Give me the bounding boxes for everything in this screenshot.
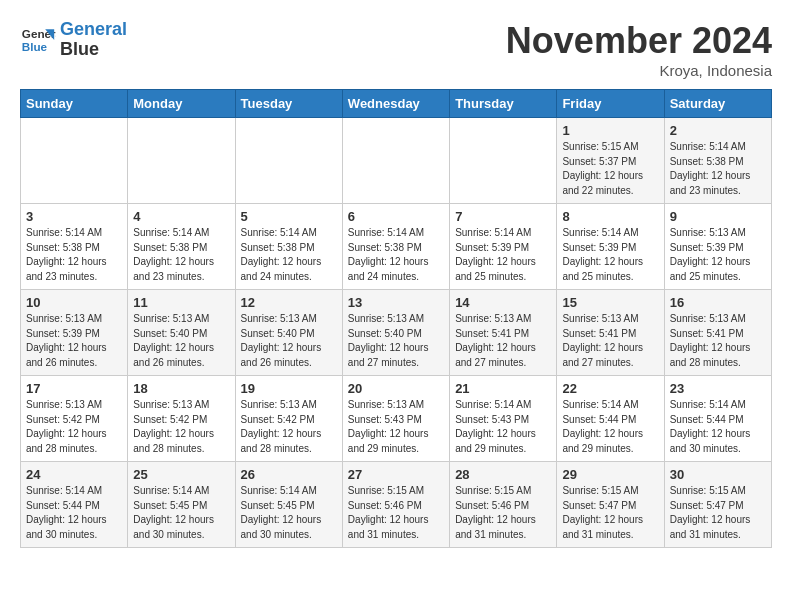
calendar-day-cell xyxy=(450,118,557,204)
day-info: Sunrise: 5:15 AM Sunset: 5:37 PM Dayligh… xyxy=(562,140,658,198)
day-info: Sunrise: 5:14 AM Sunset: 5:38 PM Dayligh… xyxy=(670,140,766,198)
logo: General Blue GeneralBlue xyxy=(20,20,127,60)
day-number: 11 xyxy=(133,295,229,310)
day-info: Sunrise: 5:13 AM Sunset: 5:43 PM Dayligh… xyxy=(348,398,444,456)
day-info: Sunrise: 5:14 AM Sunset: 5:44 PM Dayligh… xyxy=(562,398,658,456)
calendar-day-cell: 2Sunrise: 5:14 AM Sunset: 5:38 PM Daylig… xyxy=(664,118,771,204)
calendar-day-cell xyxy=(128,118,235,204)
svg-text:Blue: Blue xyxy=(22,40,48,53)
day-number: 5 xyxy=(241,209,337,224)
calendar-day-cell: 5Sunrise: 5:14 AM Sunset: 5:38 PM Daylig… xyxy=(235,204,342,290)
weekday-header-cell: Wednesday xyxy=(342,90,449,118)
day-info: Sunrise: 5:14 AM Sunset: 5:39 PM Dayligh… xyxy=(562,226,658,284)
day-info: Sunrise: 5:13 AM Sunset: 5:42 PM Dayligh… xyxy=(241,398,337,456)
calendar-day-cell: 29Sunrise: 5:15 AM Sunset: 5:47 PM Dayli… xyxy=(557,462,664,548)
day-number: 25 xyxy=(133,467,229,482)
day-number: 12 xyxy=(241,295,337,310)
logo-icon: General Blue xyxy=(20,22,56,58)
day-info: Sunrise: 5:15 AM Sunset: 5:46 PM Dayligh… xyxy=(455,484,551,542)
calendar-body: 1Sunrise: 5:15 AM Sunset: 5:37 PM Daylig… xyxy=(21,118,772,548)
day-info: Sunrise: 5:15 AM Sunset: 5:46 PM Dayligh… xyxy=(348,484,444,542)
day-number: 29 xyxy=(562,467,658,482)
day-info: Sunrise: 5:14 AM Sunset: 5:45 PM Dayligh… xyxy=(241,484,337,542)
day-number: 16 xyxy=(670,295,766,310)
calendar-week-row: 17Sunrise: 5:13 AM Sunset: 5:42 PM Dayli… xyxy=(21,376,772,462)
calendar-day-cell: 9Sunrise: 5:13 AM Sunset: 5:39 PM Daylig… xyxy=(664,204,771,290)
weekday-header-cell: Tuesday xyxy=(235,90,342,118)
calendar-day-cell: 20Sunrise: 5:13 AM Sunset: 5:43 PM Dayli… xyxy=(342,376,449,462)
day-info: Sunrise: 5:13 AM Sunset: 5:40 PM Dayligh… xyxy=(241,312,337,370)
day-number: 27 xyxy=(348,467,444,482)
day-info: Sunrise: 5:15 AM Sunset: 5:47 PM Dayligh… xyxy=(562,484,658,542)
title-block: November 2024 Kroya, Indonesia xyxy=(506,20,772,79)
day-info: Sunrise: 5:13 AM Sunset: 5:41 PM Dayligh… xyxy=(562,312,658,370)
day-number: 3 xyxy=(26,209,122,224)
weekday-header-cell: Friday xyxy=(557,90,664,118)
day-info: Sunrise: 5:13 AM Sunset: 5:42 PM Dayligh… xyxy=(26,398,122,456)
calendar-day-cell: 14Sunrise: 5:13 AM Sunset: 5:41 PM Dayli… xyxy=(450,290,557,376)
calendar-day-cell: 22Sunrise: 5:14 AM Sunset: 5:44 PM Dayli… xyxy=(557,376,664,462)
calendar-week-row: 1Sunrise: 5:15 AM Sunset: 5:37 PM Daylig… xyxy=(21,118,772,204)
day-info: Sunrise: 5:14 AM Sunset: 5:43 PM Dayligh… xyxy=(455,398,551,456)
day-info: Sunrise: 5:15 AM Sunset: 5:47 PM Dayligh… xyxy=(670,484,766,542)
day-number: 17 xyxy=(26,381,122,396)
day-number: 20 xyxy=(348,381,444,396)
calendar-day-cell: 28Sunrise: 5:15 AM Sunset: 5:46 PM Dayli… xyxy=(450,462,557,548)
weekday-header-row: SundayMondayTuesdayWednesdayThursdayFrid… xyxy=(21,90,772,118)
day-number: 28 xyxy=(455,467,551,482)
day-info: Sunrise: 5:14 AM Sunset: 5:38 PM Dayligh… xyxy=(241,226,337,284)
calendar-day-cell: 11Sunrise: 5:13 AM Sunset: 5:40 PM Dayli… xyxy=(128,290,235,376)
weekday-header-cell: Sunday xyxy=(21,90,128,118)
location: Kroya, Indonesia xyxy=(506,62,772,79)
day-info: Sunrise: 5:14 AM Sunset: 5:44 PM Dayligh… xyxy=(670,398,766,456)
day-number: 8 xyxy=(562,209,658,224)
day-info: Sunrise: 5:13 AM Sunset: 5:40 PM Dayligh… xyxy=(348,312,444,370)
calendar-day-cell: 13Sunrise: 5:13 AM Sunset: 5:40 PM Dayli… xyxy=(342,290,449,376)
calendar-day-cell: 4Sunrise: 5:14 AM Sunset: 5:38 PM Daylig… xyxy=(128,204,235,290)
weekday-header-cell: Monday xyxy=(128,90,235,118)
calendar-day-cell xyxy=(21,118,128,204)
page-header: General Blue GeneralBlue November 2024 K… xyxy=(20,20,772,79)
day-number: 26 xyxy=(241,467,337,482)
day-info: Sunrise: 5:13 AM Sunset: 5:41 PM Dayligh… xyxy=(670,312,766,370)
day-info: Sunrise: 5:13 AM Sunset: 5:41 PM Dayligh… xyxy=(455,312,551,370)
calendar-day-cell: 1Sunrise: 5:15 AM Sunset: 5:37 PM Daylig… xyxy=(557,118,664,204)
day-number: 2 xyxy=(670,123,766,138)
calendar-day-cell: 7Sunrise: 5:14 AM Sunset: 5:39 PM Daylig… xyxy=(450,204,557,290)
calendar-day-cell: 12Sunrise: 5:13 AM Sunset: 5:40 PM Dayli… xyxy=(235,290,342,376)
day-info: Sunrise: 5:14 AM Sunset: 5:38 PM Dayligh… xyxy=(26,226,122,284)
day-info: Sunrise: 5:13 AM Sunset: 5:39 PM Dayligh… xyxy=(670,226,766,284)
calendar-day-cell: 17Sunrise: 5:13 AM Sunset: 5:42 PM Dayli… xyxy=(21,376,128,462)
calendar-day-cell: 24Sunrise: 5:14 AM Sunset: 5:44 PM Dayli… xyxy=(21,462,128,548)
day-number: 7 xyxy=(455,209,551,224)
calendar-day-cell: 10Sunrise: 5:13 AM Sunset: 5:39 PM Dayli… xyxy=(21,290,128,376)
day-number: 22 xyxy=(562,381,658,396)
logo-text: GeneralBlue xyxy=(60,20,127,60)
day-number: 15 xyxy=(562,295,658,310)
calendar-day-cell: 27Sunrise: 5:15 AM Sunset: 5:46 PM Dayli… xyxy=(342,462,449,548)
calendar-day-cell: 30Sunrise: 5:15 AM Sunset: 5:47 PM Dayli… xyxy=(664,462,771,548)
day-info: Sunrise: 5:14 AM Sunset: 5:44 PM Dayligh… xyxy=(26,484,122,542)
day-number: 9 xyxy=(670,209,766,224)
month-title: November 2024 xyxy=(506,20,772,62)
day-info: Sunrise: 5:14 AM Sunset: 5:38 PM Dayligh… xyxy=(133,226,229,284)
day-number: 10 xyxy=(26,295,122,310)
day-number: 23 xyxy=(670,381,766,396)
day-number: 19 xyxy=(241,381,337,396)
calendar-week-row: 10Sunrise: 5:13 AM Sunset: 5:39 PM Dayli… xyxy=(21,290,772,376)
day-info: Sunrise: 5:13 AM Sunset: 5:42 PM Dayligh… xyxy=(133,398,229,456)
calendar-day-cell: 19Sunrise: 5:13 AM Sunset: 5:42 PM Dayli… xyxy=(235,376,342,462)
calendar-day-cell: 15Sunrise: 5:13 AM Sunset: 5:41 PM Dayli… xyxy=(557,290,664,376)
calendar-table: SundayMondayTuesdayWednesdayThursdayFrid… xyxy=(20,89,772,548)
calendar-day-cell: 8Sunrise: 5:14 AM Sunset: 5:39 PM Daylig… xyxy=(557,204,664,290)
calendar-day-cell: 3Sunrise: 5:14 AM Sunset: 5:38 PM Daylig… xyxy=(21,204,128,290)
weekday-header-cell: Thursday xyxy=(450,90,557,118)
calendar-day-cell: 26Sunrise: 5:14 AM Sunset: 5:45 PM Dayli… xyxy=(235,462,342,548)
calendar-day-cell: 16Sunrise: 5:13 AM Sunset: 5:41 PM Dayli… xyxy=(664,290,771,376)
day-info: Sunrise: 5:13 AM Sunset: 5:40 PM Dayligh… xyxy=(133,312,229,370)
calendar-day-cell xyxy=(342,118,449,204)
day-info: Sunrise: 5:14 AM Sunset: 5:45 PM Dayligh… xyxy=(133,484,229,542)
weekday-header-cell: Saturday xyxy=(664,90,771,118)
day-number: 21 xyxy=(455,381,551,396)
calendar-day-cell xyxy=(235,118,342,204)
